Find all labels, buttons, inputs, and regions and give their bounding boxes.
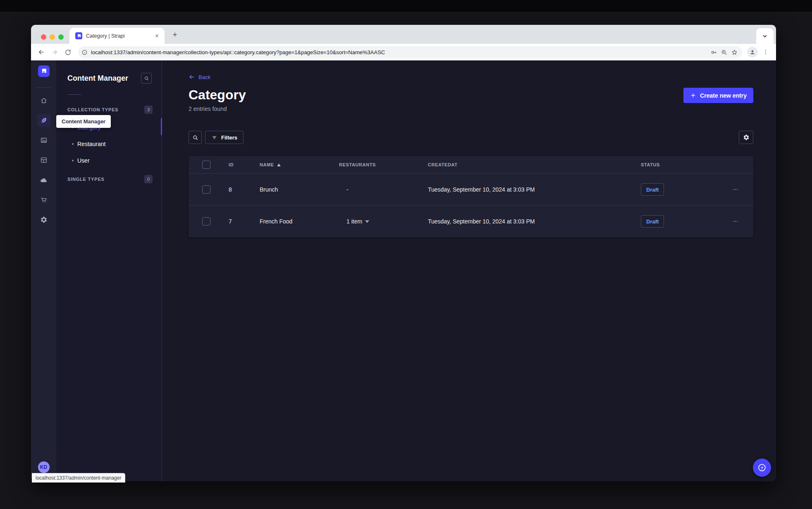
column-header-status[interactable]: STATUS [641, 162, 718, 167]
table-header-row: ID NAME RESTAURANTS CREATEDAT STATUS [189, 156, 753, 173]
tab-search-button[interactable] [756, 28, 774, 44]
browser-window: Category | Strapi + localhost:1337/admin… [31, 25, 776, 481]
minimize-window-button[interactable] [50, 34, 55, 40]
sidebar-item-label: User [77, 157, 90, 164]
site-info-icon[interactable] [81, 49, 88, 55]
maximize-window-button[interactable] [58, 34, 64, 40]
cell-restaurants-expander[interactable]: 1 item [339, 218, 428, 225]
single-types-section: SINGLE TYPES 0 [56, 175, 162, 183]
chevron-down-icon [762, 33, 768, 39]
entries-table: ID NAME RESTAURANTS CREATEDAT STATUS 8 B… [189, 156, 753, 237]
sort-asc-icon[interactable] [277, 163, 281, 166]
relation-count-label: 1 item [346, 218, 362, 225]
arrow-left-icon [189, 74, 195, 80]
cell-restaurants: - [339, 186, 428, 193]
tab-close-icon[interactable] [153, 32, 160, 40]
subnav-title: Content Manager [67, 74, 128, 83]
browser-profile-icon[interactable] [747, 47, 758, 58]
svg-text:?: ? [761, 466, 763, 470]
url-text[interactable]: localhost:1337/admin/content-manager/col… [91, 49, 707, 55]
media-library-icon[interactable] [37, 134, 50, 147]
tab-title: Category | Strapi [86, 33, 149, 39]
nav-tooltip: Content Manager [56, 115, 111, 128]
back-label: Back [198, 74, 210, 80]
collection-types-section: COLLECTION TYPES 3 [56, 106, 162, 114]
strapi-logo[interactable] [38, 65, 50, 77]
gear-icon [743, 134, 750, 141]
ellipsis-icon [732, 186, 739, 193]
status-badge: Draft [641, 183, 664, 196]
cell-id: 8 [229, 186, 260, 193]
content-manager-icon[interactable] [37, 114, 50, 127]
view-settings-button[interactable] [739, 131, 753, 144]
main-content: Back Category Create new entry 2 entries… [162, 60, 776, 481]
browser-tab-strip: Category | Strapi + [31, 25, 776, 44]
sidebar-item-label: Restaurant [77, 141, 105, 147]
back-button[interactable] [36, 47, 47, 58]
row-checkbox[interactable] [202, 217, 210, 226]
desktop-background-strip [0, 0, 812, 12]
table-row[interactable]: 8 Brunch - Tuesday, September 10, 2024 a… [189, 173, 753, 205]
sidebar-item-user[interactable]: User [56, 152, 162, 169]
cell-createdat: Tuesday, September 10, 2024 at 3:03 PM [428, 186, 641, 193]
help-button[interactable]: ? [753, 459, 771, 477]
user-avatar[interactable]: KD [38, 461, 50, 473]
browser-tab[interactable]: Category | Strapi [69, 28, 165, 44]
content-type-builder-icon[interactable] [37, 154, 50, 167]
plus-icon [690, 92, 696, 98]
marketplace-cart-icon[interactable] [37, 193, 50, 206]
address-bar[interactable]: localhost:1337/admin/content-manager/col… [78, 46, 742, 58]
close-window-button[interactable] [41, 34, 46, 40]
cell-name: French Food [260, 218, 339, 225]
row-actions-button[interactable] [729, 183, 742, 196]
new-tab-button[interactable]: + [170, 30, 180, 40]
cell-name: Brunch [260, 186, 339, 193]
forward-button[interactable] [49, 47, 60, 58]
back-link[interactable]: Back [189, 74, 210, 80]
bullet-icon [72, 143, 74, 145]
sidebar-item-restaurant[interactable]: Restaurant [56, 136, 162, 152]
home-icon[interactable] [37, 94, 50, 107]
nav-divider [36, 87, 51, 88]
chevron-down-icon [365, 220, 369, 223]
entries-count-text: 2 entries found [189, 106, 753, 112]
settings-gear-icon[interactable] [37, 213, 50, 226]
column-header-name[interactable]: NAME [260, 162, 274, 167]
page-title: Category [189, 87, 246, 103]
table-row[interactable]: 7 French Food 1 item Tuesday, September … [189, 205, 753, 237]
filters-button-label: Filters [221, 134, 237, 141]
status-badge: Draft [641, 215, 664, 228]
browser-menu-icon[interactable] [760, 47, 771, 58]
ellipsis-icon [732, 218, 739, 225]
strapi-app: KD Content Manager COLLECTION TYPES 3 Ca… [31, 60, 776, 481]
search-icon [144, 76, 149, 81]
table-search-button[interactable] [189, 131, 202, 144]
reload-button[interactable] [62, 47, 73, 58]
column-header-createdat[interactable]: CREATEDAT [428, 162, 641, 167]
question-mark-icon: ? [757, 463, 767, 472]
search-icon [192, 134, 198, 141]
password-key-icon[interactable] [710, 49, 717, 56]
row-checkbox[interactable] [202, 185, 210, 194]
column-header-id[interactable]: ID [229, 162, 260, 167]
zoom-icon[interactable] [721, 49, 728, 56]
deploy-cloud-icon[interactable] [37, 173, 50, 187]
single-types-count: 0 [144, 175, 153, 183]
collection-types-count: 3 [144, 106, 153, 114]
bullet-icon [72, 160, 74, 161]
filters-button[interactable]: Filters [205, 131, 244, 144]
column-header-restaurants[interactable]: RESTAURANTS [339, 162, 428, 167]
cell-id: 7 [229, 218, 260, 225]
row-actions-button[interactable] [729, 215, 742, 228]
create-button-label: Create new entry [700, 92, 747, 99]
subnav-search-button[interactable] [141, 73, 152, 84]
cell-createdat: Tuesday, September 10, 2024 at 3:03 PM [428, 218, 641, 225]
select-all-checkbox[interactable] [202, 161, 210, 169]
create-new-entry-button[interactable]: Create new entry [683, 88, 753, 103]
window-controls [41, 34, 64, 40]
collection-types-label: COLLECTION TYPES [67, 107, 118, 112]
main-nav-rail: KD [31, 60, 56, 481]
browser-toolbar: localhost:1337/admin/content-manager/col… [31, 44, 776, 60]
bookmark-star-icon[interactable] [731, 49, 738, 56]
filter-icon [211, 134, 217, 141]
